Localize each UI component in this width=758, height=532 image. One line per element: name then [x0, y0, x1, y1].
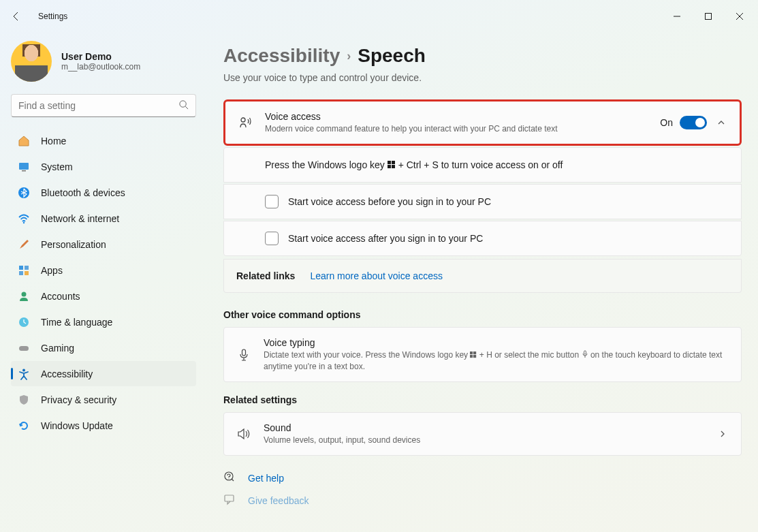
- voice-access-before-signin-row[interactable]: Start voice access before you sign in to…: [223, 184, 742, 219]
- chevron-right-icon: [716, 429, 729, 439]
- system-icon: [18, 161, 30, 173]
- sidebar-item-time[interactable]: Time & language: [11, 309, 196, 334]
- minimize-button[interactable]: [661, 5, 693, 27]
- close-button[interactable]: [724, 5, 755, 27]
- hotkey-text: Press the Windows logo key + Ctrl + S to…: [265, 159, 563, 171]
- before-signin-label: Start voice access before you sign in to…: [288, 196, 491, 207]
- voice-access-hotkey-row: Press the Windows logo key + Ctrl + S to…: [223, 147, 742, 183]
- feedback-icon: [223, 493, 236, 507]
- related-settings-heading: Related settings: [223, 394, 742, 405]
- sidebar-item-system[interactable]: System: [11, 154, 196, 179]
- svg-point-12: [22, 292, 27, 296]
- breadcrumb-parent[interactable]: Accessibility: [223, 45, 340, 67]
- bluetooth-icon: [18, 187, 30, 199]
- sidebar-item-privacy[interactable]: Privacy & security: [11, 387, 196, 412]
- avatar: [11, 41, 52, 82]
- page-title: Speech: [358, 45, 426, 67]
- svg-rect-9: [25, 266, 29, 270]
- sound-icon: [236, 426, 251, 441]
- brush-icon: [18, 238, 30, 251]
- sidebar-item-personalization[interactable]: Personalization: [11, 232, 196, 257]
- windows-key-icon: [470, 350, 477, 361]
- svg-rect-8: [19, 266, 23, 270]
- user-name: User Demo: [61, 51, 140, 62]
- apps-icon: [18, 264, 30, 277]
- sidebar-item-apps[interactable]: Apps: [11, 257, 196, 283]
- voice-access-toggle[interactable]: On: [660, 116, 707, 129]
- breadcrumb: Accessibility › Speech: [223, 45, 742, 67]
- sidebar-item-accessibility[interactable]: Accessibility: [11, 361, 196, 386]
- help-icon: [223, 471, 236, 485]
- svg-rect-25: [473, 355, 476, 358]
- search-box[interactable]: [11, 94, 196, 117]
- svg-point-16: [241, 118, 245, 122]
- sound-desc: Volume levels, output, input, sound devi…: [264, 435, 704, 445]
- svg-rect-4: [19, 163, 29, 170]
- give-feedback-link[interactable]: Give feedback: [223, 493, 742, 507]
- sound-title: Sound: [264, 422, 704, 433]
- chevron-right-icon: ›: [347, 49, 351, 63]
- voice-access-icon: [238, 115, 253, 130]
- related-links-row: Related links Learn more about voice acc…: [223, 259, 742, 293]
- svg-rect-22: [470, 351, 473, 354]
- main-content: Accessibility › Speech Use your voice to…: [204, 33, 758, 532]
- page-subtitle: Use your voice to type and control your …: [223, 72, 742, 83]
- svg-rect-18: [392, 161, 395, 164]
- svg-rect-21: [242, 349, 246, 356]
- svg-rect-24: [470, 355, 473, 358]
- voice-typing-title: Voice typing: [264, 337, 729, 348]
- svg-rect-10: [19, 271, 23, 275]
- sound-card[interactable]: Sound Volume levels, output, input, soun…: [223, 412, 742, 456]
- svg-rect-20: [392, 165, 395, 168]
- sidebar-item-bluetooth[interactable]: Bluetooth & devices: [11, 180, 196, 205]
- windows-key-icon: [388, 160, 396, 171]
- after-signin-label: Start voice access after you sign in to …: [288, 233, 483, 244]
- svg-rect-26: [584, 351, 586, 354]
- search-input[interactable]: [18, 100, 178, 111]
- titlebar: Settings: [0, 0, 758, 33]
- maximize-button[interactable]: [693, 5, 724, 27]
- user-email: m__lab@outlook.com: [61, 62, 140, 72]
- sidebar-item-accounts[interactable]: Accounts: [11, 283, 196, 309]
- person-icon: [18, 290, 30, 302]
- voice-typing-desc: Dictate text with your voice. Press the …: [264, 349, 729, 372]
- back-button[interactable]: [3, 3, 30, 30]
- checkbox-before-signin[interactable]: [265, 195, 279, 208]
- sidebar-item-gaming[interactable]: Gaming: [11, 335, 196, 360]
- svg-rect-29: [225, 495, 234, 501]
- svg-rect-14: [19, 346, 29, 351]
- mic-icon: [236, 348, 251, 362]
- accessibility-icon: [18, 368, 30, 380]
- voice-access-card[interactable]: Voice access Modern voice command featur…: [223, 99, 742, 146]
- svg-point-28: [228, 479, 229, 480]
- sidebar: User Demo m__lab@outlook.com Home System…: [0, 33, 204, 532]
- svg-rect-5: [22, 170, 26, 172]
- svg-rect-19: [388, 165, 391, 168]
- learn-more-link[interactable]: Learn more about voice access: [310, 270, 443, 281]
- get-help-link[interactable]: Get help: [223, 471, 742, 485]
- svg-line-3: [185, 106, 188, 109]
- chevron-up-icon[interactable]: [715, 118, 727, 127]
- search-icon: [178, 99, 189, 112]
- sidebar-item-home[interactable]: Home: [11, 128, 196, 153]
- app-title: Settings: [38, 12, 67, 21]
- svg-rect-11: [25, 271, 29, 275]
- svg-point-7: [23, 221, 25, 223]
- svg-rect-1: [706, 14, 712, 20]
- profile[interactable]: User Demo m__lab@outlook.com: [11, 38, 196, 90]
- wifi-icon: [18, 213, 30, 225]
- svg-point-2: [180, 101, 186, 107]
- sidebar-item-update[interactable]: Windows Update: [11, 413, 196, 438]
- toggle-switch[interactable]: [680, 116, 707, 129]
- svg-rect-17: [388, 161, 391, 164]
- update-icon: [18, 420, 30, 432]
- sidebar-item-network[interactable]: Network & internet: [11, 206, 196, 231]
- checkbox-after-signin[interactable]: [265, 232, 279, 245]
- voice-access-after-signin-row[interactable]: Start voice access after you sign in to …: [223, 221, 742, 256]
- shield-icon: [18, 394, 30, 406]
- other-options-heading: Other voice command options: [223, 309, 742, 320]
- voice-typing-card: Voice typing Dictate text with your voic…: [223, 327, 742, 382]
- clock-icon: [18, 316, 30, 328]
- svg-rect-23: [473, 351, 476, 354]
- svg-point-15: [22, 369, 25, 371]
